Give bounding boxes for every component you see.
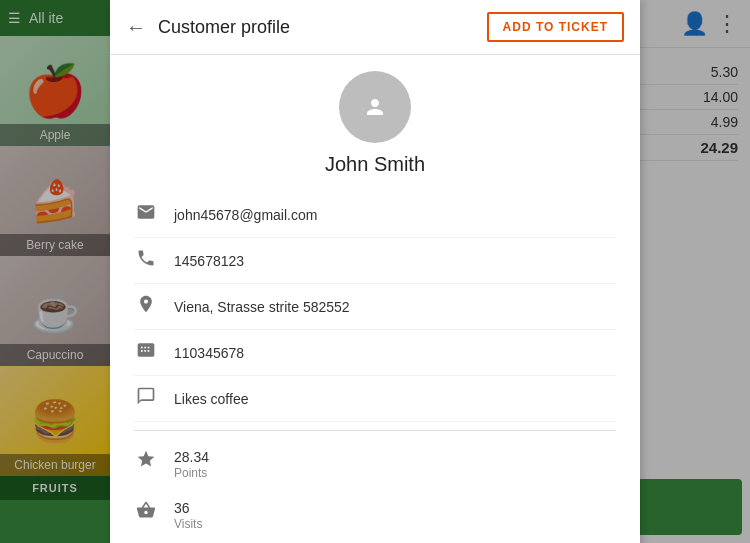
- customer-id-row: 110345678: [134, 330, 616, 376]
- visits-info: 36 Visits: [174, 500, 202, 531]
- person-avatar-icon: [365, 97, 385, 117]
- customer-points-row: 28.34 Points: [134, 439, 616, 490]
- divider: [134, 430, 616, 431]
- location-icon: [134, 294, 158, 319]
- add-to-ticket-button[interactable]: ADD TO TICKET: [487, 12, 624, 42]
- customer-id: 110345678: [174, 345, 244, 361]
- customer-phone: 145678123: [174, 253, 244, 269]
- points-info: 28.34 Points: [174, 449, 209, 480]
- notes-icon: [134, 386, 158, 411]
- customer-email: john45678@gmail.com: [174, 207, 317, 223]
- profile-avatar-section: John Smith: [134, 71, 616, 176]
- customer-address-row: Viena, Strasse strite 582552: [134, 284, 616, 330]
- modal-header: ← Customer profile ADD TO TICKET: [110, 0, 640, 55]
- modal-body: John Smith john45678@gmail.com 145678123: [110, 55, 640, 543]
- modal-title: Customer profile: [158, 17, 475, 38]
- customer-profile-modal: ← Customer profile ADD TO TICKET John Sm…: [110, 0, 640, 543]
- customer-notes-row: Likes coffee: [134, 376, 616, 422]
- star-icon: [134, 449, 158, 474]
- points-value: 28.34: [174, 449, 209, 465]
- phone-icon: [134, 248, 158, 273]
- visits-value: 36: [174, 500, 202, 516]
- points-label: Points: [174, 466, 209, 480]
- basket-icon: [134, 500, 158, 525]
- id-icon: [134, 340, 158, 365]
- avatar: [339, 71, 411, 143]
- visits-label: Visits: [174, 517, 202, 531]
- customer-email-row: john45678@gmail.com: [134, 192, 616, 238]
- customer-notes: Likes coffee: [174, 391, 248, 407]
- customer-address: Viena, Strasse strite 582552: [174, 299, 350, 315]
- customer-phone-row: 145678123: [134, 238, 616, 284]
- back-button[interactable]: ←: [126, 16, 146, 39]
- email-icon: [134, 202, 158, 227]
- modal-overlay: ← Customer profile ADD TO TICKET John Sm…: [0, 0, 750, 543]
- customer-name: John Smith: [325, 153, 425, 176]
- customer-visits-row: 36 Visits: [134, 490, 616, 541]
